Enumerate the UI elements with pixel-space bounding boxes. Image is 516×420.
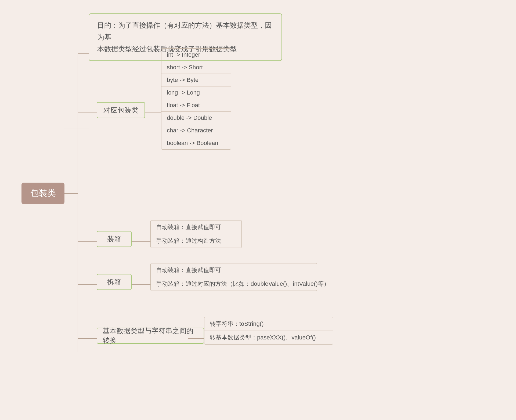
unboxing-auto: 自动装箱：直接赋值即可 <box>151 263 317 277</box>
diagram-container: 包装类 目的：为了直接操作（有对应的方法）基本数据类型，因为基 本数据类型经过包… <box>0 0 516 420</box>
connector-lines <box>0 0 516 420</box>
boxing-auto: 自动装箱：直接赋值即可 <box>151 220 241 234</box>
branch-boxing-label: 装箱 <box>107 234 121 244</box>
leaf-boolean: boolean -> Boolean <box>161 137 231 149</box>
branch-unboxing-label: 拆箱 <box>107 277 121 287</box>
desc-line1: 目的：为了直接操作（有对应的方法）基本数据类型，因为基 <box>97 21 272 41</box>
leaf-byte: byte -> Byte <box>161 74 231 86</box>
wrapper-leaf-group: int -> Integer short -> Short byte -> By… <box>161 48 231 150</box>
leaf-double: double -> Double <box>161 112 231 124</box>
branch-wrapper: 对应包装类 <box>97 102 145 118</box>
convert-parse: 转基本数据类型：paseXXX()、valueOf() <box>204 331 333 344</box>
unboxing-leaf-group: 自动装箱：直接赋值即可 手动装箱：通过对应的方法（比如：doubleValue(… <box>150 263 317 291</box>
leaf-float: float -> Float <box>161 99 231 112</box>
convert-tostring: 转字符串：toString() <box>204 317 333 331</box>
branch-convert-label: 基本数据类型与字符串之间的转换 <box>103 326 198 345</box>
boxing-manual: 手动装箱：通过构造方法 <box>151 234 241 248</box>
leaf-char: char -> Character <box>161 124 231 137</box>
root-label: 包装类 <box>30 187 56 199</box>
branch-wrapper-label: 对应包装类 <box>103 106 138 115</box>
unboxing-manual: 手动装箱：通过对应的方法（比如：doubleValue()、intValue()… <box>151 277 317 291</box>
convert-leaf-group: 转字符串：toString() 转基本数据类型：paseXXX()、valueO… <box>204 317 333 345</box>
branch-unboxing: 拆箱 <box>97 274 132 290</box>
leaf-int: int -> Integer <box>161 49 231 61</box>
boxing-leaf-group: 自动装箱：直接赋值即可 手动装箱：通过构造方法 <box>150 220 242 248</box>
leaf-short: short -> Short <box>161 61 231 74</box>
branch-boxing: 装箱 <box>97 231 132 247</box>
branch-convert: 基本数据类型与字符串之间的转换 <box>97 328 204 344</box>
leaf-long: long -> Long <box>161 86 231 99</box>
root-node: 包装类 <box>21 183 64 204</box>
